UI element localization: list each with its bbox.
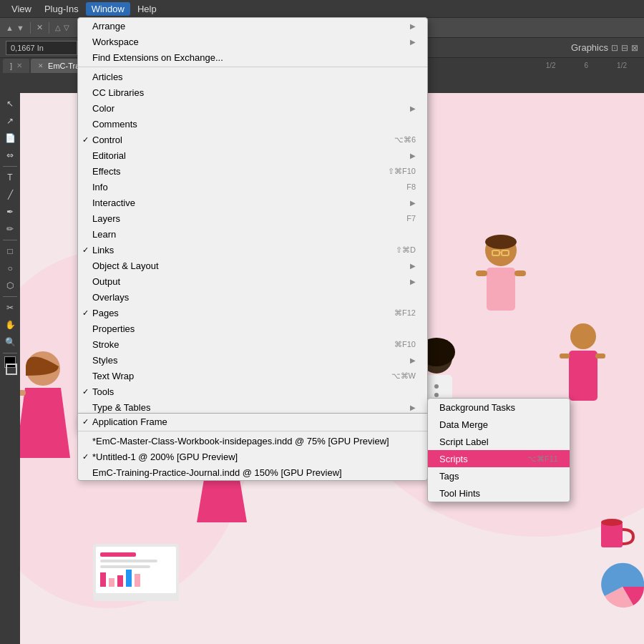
select-tool-icon[interactable]: ↖ (2, 96, 18, 112)
menu-item-cc_libraries[interactable]: CC Libraries (78, 84, 427, 100)
menu-item-arrange[interactable]: Arrange▶ (78, 18, 427, 34)
menu-view[interactable]: View (6, 2, 37, 16)
doc-label: EmC-Training-Practice-Journal.indd @ 150… (92, 467, 416, 478)
menu-item-text_wrap[interactable]: Text Wrap⌥⌘W (78, 368, 427, 384)
menu-item-label: Find Extensions on Exchange... (92, 52, 416, 63)
check-icon: ✓ (82, 308, 89, 318)
submenu-item-tool_hints[interactable]: Tool Hints (428, 484, 570, 502)
submenu-item-label: Script Label (439, 436, 558, 447)
svg-point-44 (601, 519, 623, 526)
menu-item-styles[interactable]: Styles▶ (78, 352, 427, 368)
scissors-tool-icon[interactable]: ✂ (2, 300, 18, 316)
doc-row-doc3[interactable]: EmC-Training-Practice-Journal.indd @ 150… (78, 464, 427, 480)
submenu-item-scripts[interactable]: Scripts⌥⌘F11 (428, 450, 570, 467)
doc-label: *Untitled-1 @ 200% [GPU Preview] (92, 452, 416, 462)
menu-item-label: Pages (92, 308, 380, 318)
direct-select-icon[interactable]: ↗ (2, 113, 18, 129)
svg-rect-31 (100, 552, 136, 557)
stroke-color[interactable] (6, 364, 17, 375)
submenu-arrow-icon: ▶ (410, 278, 416, 286)
graphics-label: Graphics (571, 42, 608, 53)
menu-item-effects[interactable]: Effects⇧⌘F10 (78, 163, 427, 179)
gap-tool-icon[interactable]: ⇔ (2, 147, 18, 163)
polygon-tool-icon[interactable]: ⬡ (2, 278, 18, 293)
menu-item-articles[interactable]: Articles (78, 69, 427, 84)
tab-bracket[interactable]: ] ✕ (3, 59, 29, 73)
menu-item-tools[interactable]: ✓Tools (78, 384, 427, 399)
menu-item-label: Stroke (92, 339, 380, 350)
submenu-arrow-icon: ▶ (410, 199, 416, 207)
menu-item-label: Styles (92, 355, 407, 366)
menu-item-label: Output (92, 276, 407, 287)
menu-item-application-frame[interactable]: ✓Application Frame (78, 414, 427, 429)
menu-item-output[interactable]: Output▶ (78, 273, 427, 289)
menu-plugins[interactable]: Plug-Ins (39, 2, 84, 16)
menu-item-layers[interactable]: LayersF7 (78, 210, 427, 226)
menu-item-properties[interactable]: Properties (78, 321, 427, 336)
doc-row-doc1[interactable]: *EmC-Master-Class-Workbook-insidepages.i… (78, 433, 427, 449)
menu-item-workspace[interactable]: Workspace▶ (78, 34, 427, 49)
svg-point-19 (570, 323, 596, 349)
left-sidebar: ↖ ↗ 📄 ⇔ T ╱ ✒ ✏ □ ○ ⬡ ✂ ✋ 🔍 (0, 93, 20, 644)
tab-close-icon2[interactable]: ✕ (38, 62, 44, 69)
doc-row-doc2[interactable]: ✓*Untitled-1 @ 200% [GPU Preview] (78, 449, 427, 464)
menu-item-overlays[interactable]: Overlays (78, 289, 427, 305)
menu-item-control[interactable]: ✓Control⌥⌘6 (78, 132, 427, 147)
submenu-item-label: Background Tasks (439, 402, 558, 413)
pen-tool-icon[interactable]: ✒ (2, 204, 18, 220)
arrow-icon: ▲ (6, 24, 14, 32)
submenu-item-tags[interactable]: Tags (428, 467, 570, 484)
svg-rect-32 (100, 560, 157, 562)
menu-item-label: Properties (92, 323, 416, 334)
type-tool-icon[interactable]: T (2, 170, 18, 185)
menu-help[interactable]: Help (132, 2, 162, 16)
menu-item-label: Layers (92, 213, 392, 224)
svg-rect-43 (601, 522, 623, 547)
menu-window[interactable]: Window (86, 2, 130, 16)
doc-label: *EmC-Master-Class-Workbook-insidepages.i… (92, 436, 416, 447)
submenu-item-label: Data Merge (439, 419, 558, 430)
check-icon: ✓ (82, 387, 89, 396)
submenu-item-label: Tool Hints (439, 488, 558, 499)
rect-tool-icon[interactable]: □ (2, 243, 18, 259)
submenu-item-background_tasks[interactable]: Background Tasks (428, 399, 570, 416)
menu-item-interactive[interactable]: Interactive▶ (78, 195, 427, 210)
menu-item-info[interactable]: InfoF8 (78, 179, 427, 195)
svg-rect-36 (117, 575, 123, 587)
tool-icon: ✕ (36, 23, 43, 32)
svg-rect-38 (135, 574, 140, 587)
page-tool-icon[interactable]: 📄 (2, 130, 18, 146)
svg-rect-33 (100, 565, 150, 568)
menu-item-label: Interactive (92, 197, 407, 208)
check-icon: ✓ (82, 452, 89, 462)
menu-item-pages[interactable]: ✓Pages⌘F12 (78, 305, 427, 321)
menu-item-links[interactable]: ✓Links⇧⌘D (78, 242, 427, 258)
triangle-up-icon: △ (55, 24, 61, 31)
menu-item-label: Type & Tables (92, 402, 407, 413)
menu-item-color[interactable]: Color▶ (78, 100, 427, 116)
ellipse-tool-icon[interactable]: ○ (2, 260, 18, 276)
hand-tool-icon[interactable]: ✋ (2, 317, 18, 333)
pencil-tool-icon[interactable]: ✏ (2, 221, 18, 237)
menu-item-object_layout[interactable]: Object & Layout▶ (78, 258, 427, 273)
menu-item-find_extensions[interactable]: Find Extensions on Exchange... (78, 49, 427, 65)
svg-rect-35 (109, 578, 114, 587)
application-frame-label: Application Frame (92, 416, 416, 427)
menu-shortcut: ⌥⌘W (391, 371, 416, 381)
submenu-item-script_label[interactable]: Script Label (428, 433, 570, 450)
menu-item-label: Arrange (92, 21, 407, 31)
menu-item-stroke[interactable]: Stroke⌘F10 (78, 336, 427, 352)
utilities-submenu: Background TasksData MergeScript LabelSc… (427, 398, 570, 502)
menu-item-editorial[interactable]: Editorial▶ (78, 147, 427, 163)
line-tool-icon[interactable]: ╱ (2, 187, 18, 203)
submenu-item-data_merge[interactable]: Data Merge (428, 416, 570, 433)
svg-rect-22 (595, 353, 605, 358)
menu-item-label: Workspace (92, 36, 407, 47)
coord-input[interactable]: 0,1667 In (6, 41, 77, 55)
menu-shortcut: F7 (406, 214, 416, 223)
zoom-tool-icon[interactable]: 🔍 (2, 334, 18, 350)
menu-divider (78, 67, 427, 67)
menu-item-comments[interactable]: Comments (78, 116, 427, 132)
menu-item-learn[interactable]: Learn (78, 226, 427, 242)
tab-close-icon[interactable]: ✕ (16, 62, 22, 69)
